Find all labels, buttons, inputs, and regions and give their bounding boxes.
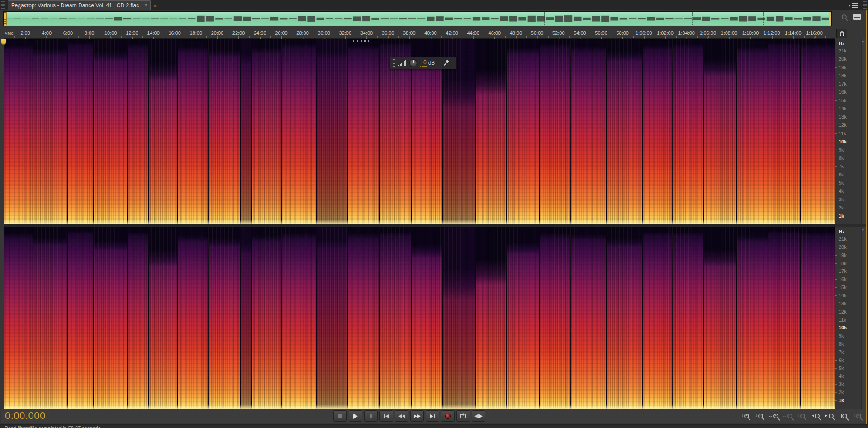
overview-strip[interactable] <box>4 12 831 26</box>
track-high-frequency-cap <box>209 39 240 57</box>
zoom-out-full-overview-icon[interactable] <box>842 14 847 19</box>
timeline-ruler[interactable]: чмс 2:004:006:008:0010:0012:0014:0016:00… <box>4 28 835 39</box>
spectrogram-track <box>673 39 704 224</box>
overview-track-marker <box>692 12 693 25</box>
spectrogram-track <box>801 39 836 224</box>
track-high-frequency-cap <box>768 227 800 234</box>
loop-playback-button[interactable] <box>456 410 470 422</box>
ruler-tick-label: 1:16:00 <box>806 30 823 36</box>
track-high-frequency-cap <box>412 227 442 258</box>
zoom-to-out-point-button[interactable] <box>823 411 835 421</box>
frequency-label: 18k <box>839 73 847 78</box>
zoom-out-horizontally-button[interactable]: ↔ <box>781 411 793 421</box>
hud-gain-value[interactable]: +0 <box>420 59 427 67</box>
stop-button[interactable] <box>333 410 347 422</box>
loop-icon <box>460 414 466 418</box>
spectrogram-track <box>33 227 67 409</box>
ruler-tick-label: 14:00 <box>147 30 160 36</box>
frequency-label: 13k <box>839 114 847 119</box>
hud-dock-grip[interactable] <box>351 40 371 42</box>
frequency-scale-left-channel[interactable]: Hz ▾ 21k20k19k18k17k16k15k14k13k12k11k10… <box>835 39 866 224</box>
track-high-frequency-cap <box>673 227 703 236</box>
frequency-label: 3k <box>839 197 844 202</box>
track-high-frequency-cap <box>540 227 570 238</box>
playhead-marker[interactable] <box>1 39 6 45</box>
frequency-label: 17k <box>839 268 847 274</box>
track-high-frequency-cap <box>252 227 281 242</box>
ruler-tick-label: 16:00 <box>168 30 181 36</box>
waveform-list-icon[interactable] <box>853 14 861 20</box>
scrollbar-arrow-icon[interactable]: ▾ <box>862 40 864 44</box>
panel-menu-button[interactable]: ▾ <box>848 3 858 8</box>
channel-divider[interactable] <box>4 224 836 227</box>
spectrogram-track <box>4 39 33 224</box>
tab-dropdown-icon[interactable]: ▾ <box>145 3 147 7</box>
rewind-icon <box>398 414 402 418</box>
record-icon <box>445 414 451 419</box>
skip-selection-button[interactable] <box>472 410 485 422</box>
track-high-frequency-cap <box>380 227 411 236</box>
track-high-frequency-cap <box>348 227 380 238</box>
pause-button[interactable] <box>364 410 378 422</box>
spectrogram-channel-right[interactable] <box>4 227 836 409</box>
fast-forward-button[interactable] <box>410 410 424 422</box>
track-high-frequency-cap <box>571 227 606 240</box>
frequency-label: 13k <box>839 301 847 306</box>
panel-drag-grip-right[interactable] <box>863 1 867 9</box>
panel-drag-grip-left[interactable] <box>1 1 5 9</box>
skip-to-start-button[interactable] <box>379 410 393 422</box>
zoom-out-vertically-button[interactable]: ↕ <box>753 411 765 421</box>
snap-toggle-button[interactable] <box>836 29 847 38</box>
frequency-label: 18k <box>839 261 847 266</box>
frequency-scale-right-channel[interactable]: Hz ▾ 21k20k19k18k17k16k15k14k13k12k11k10… <box>835 227 866 409</box>
playhead-line[interactable] <box>4 39 4 409</box>
spectrogram-track <box>507 227 540 409</box>
zoom-to-in-point-button[interactable] <box>809 411 821 421</box>
frequency-scale-scrollbar[interactable]: ▾ <box>861 39 866 224</box>
tab-close-icon[interactable]: × <box>153 3 157 9</box>
overview-track-marker <box>241 12 241 25</box>
frequency-label: 8k <box>839 155 844 161</box>
scrollbar-arrow-icon[interactable]: ▾ <box>862 228 864 232</box>
spectrogram-track <box>149 227 178 409</box>
overview-range-handle-right[interactable] <box>829 12 831 25</box>
transport-bar: 0:00.000 ↕ ↕ ↔ ↔ ↕ <box>1 409 866 423</box>
spectrogram-track <box>317 227 348 409</box>
spectrogram-track <box>128 227 149 409</box>
track-high-frequency-cap <box>241 39 251 65</box>
spectrogram-track <box>68 227 94 409</box>
track-high-frequency-cap <box>4 227 33 238</box>
frequency-label: 19k <box>839 65 847 70</box>
track-high-frequency-cap <box>476 227 506 285</box>
zoom-out-full-button[interactable]: ↕ <box>795 411 807 421</box>
record-button[interactable] <box>441 410 455 422</box>
overview-range-handle-left[interactable] <box>4 12 7 25</box>
ruler-tick-label: 18:00 <box>190 30 203 36</box>
skip-to-end-button[interactable] <box>426 410 439 422</box>
zoom-to-selection-button[interactable] <box>837 411 849 421</box>
transport-controls <box>333 410 485 422</box>
track-high-frequency-cap <box>317 39 347 59</box>
track-high-frequency-cap <box>737 227 768 242</box>
hud-drag-grip[interactable] <box>393 59 395 67</box>
frequency-label: 6k <box>839 357 844 363</box>
editor-tab[interactable]: Редактор: Various - Dream Dance Vol. 41 … <box>8 0 151 10</box>
hud-knob-icon[interactable] <box>409 59 417 67</box>
rewind-button[interactable] <box>395 410 408 422</box>
zoom-in-horizontally-button[interactable]: ↔ <box>767 411 779 421</box>
spectrogram-track <box>348 39 381 224</box>
editor-tab-title: Редактор: Various - Dream Dance Vol. 41 … <box>11 2 139 9</box>
frequency-scale-scrollbar[interactable]: ▾ <box>861 227 866 409</box>
track-high-frequency-cap <box>801 227 836 236</box>
track-high-frequency-cap <box>149 227 177 267</box>
zoom-in-vertically-button[interactable]: ↕ <box>739 411 751 421</box>
spectrogram-track <box>209 227 241 409</box>
spectrogram-track <box>507 39 540 224</box>
frequency-label: 21k <box>839 48 847 53</box>
play-button[interactable] <box>349 410 362 422</box>
overview-waveform <box>4 12 831 25</box>
ruler-tick-label: 38:00 <box>403 30 416 36</box>
restore-default-zoom-button[interactable]: ↕ <box>851 411 863 421</box>
time-display[interactable]: 0:00.000 <box>5 410 46 422</box>
pin-icon[interactable] <box>443 60 450 66</box>
